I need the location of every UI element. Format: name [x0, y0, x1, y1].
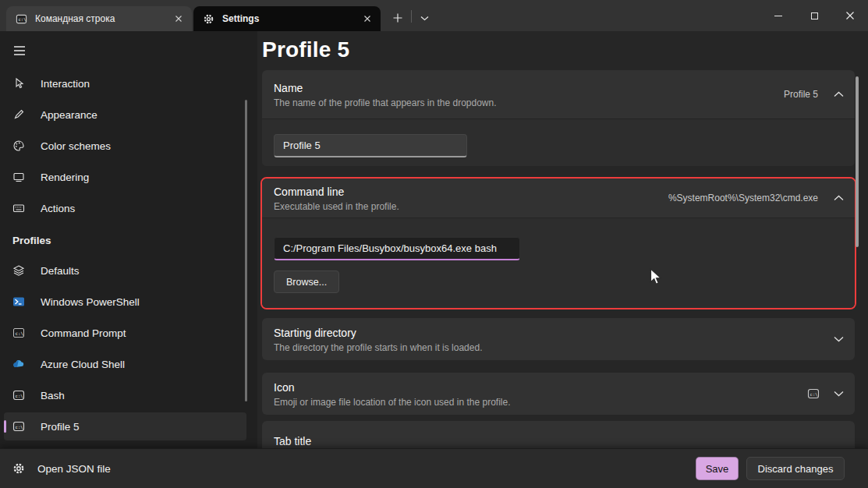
cmd-window-icon: c:\	[16, 13, 27, 25]
sidebar-item-label: Rendering	[41, 172, 89, 183]
settings-sidebar: Interaction Appearance Color schemes Ren…	[0, 31, 257, 448]
setting-description: Executable used in the profile.	[274, 201, 668, 212]
tab-settings[interactable]: Settings	[193, 6, 381, 31]
command-line-setting-card-highlighted: Command line Executable used in the prof…	[260, 177, 856, 309]
starting-directory-setting-card: Starting directory The directory the pro…	[262, 318, 855, 360]
close-button[interactable]	[832, 0, 868, 31]
sidebar-item-command-prompt[interactable]: c:\ Command Prompt	[4, 319, 246, 347]
gear-icon	[203, 13, 214, 25]
chevron-down-icon	[834, 336, 844, 342]
open-json-file-label: Open JSON file	[37, 463, 111, 475]
sidebar-item-label: Bash	[41, 390, 65, 401]
sidebar-item-azure-cloud-shell[interactable]: Azure Cloud Shell	[4, 350, 246, 378]
tab-dropdown-button[interactable]	[414, 7, 434, 29]
profile-name-input[interactable]	[274, 134, 467, 157]
svg-text:c:\: c:\	[18, 16, 26, 21]
profile-icon-preview: c:\	[807, 387, 820, 400]
main-scrollbar[interactable]	[856, 76, 859, 247]
palette-icon	[12, 140, 25, 152]
command-line-expander-header[interactable]: Command line Executable used in the prof…	[262, 179, 855, 217]
discard-changes-button[interactable]: Discard changes	[746, 457, 845, 480]
minimize-icon	[774, 16, 782, 16]
sidebar-item-appearance[interactable]: Appearance	[4, 101, 246, 129]
tab-close-icon[interactable]	[172, 12, 186, 26]
command-line-expander-content: Browse...	[262, 217, 855, 308]
powershell-icon	[12, 295, 25, 308]
setting-current-value: Profile 5	[784, 89, 818, 100]
svg-text:c:\: c:\	[16, 425, 23, 430]
maximize-icon	[811, 12, 818, 19]
hamburger-menu-button[interactable]	[6, 39, 33, 62]
monitor-icon	[12, 171, 25, 183]
minimize-button[interactable]	[760, 0, 796, 31]
sidebar-item-defaults[interactable]: Defaults	[4, 256, 246, 285]
tab-command-prompt[interactable]: c:\ Командная строка	[6, 6, 192, 31]
starting-directory-expander-header[interactable]: Starting directory The directory the pro…	[262, 318, 855, 360]
setting-label: Icon	[274, 381, 807, 394]
svg-text:c:\: c:\	[15, 331, 23, 336]
sidebar-item-label: Defaults	[41, 265, 80, 277]
sidebar-item-label: Windows PowerShell	[41, 296, 140, 308]
titlebar[interactable]: c:\ Командная строка Settings	[0, 0, 868, 31]
profiles-section-header: Profiles	[12, 235, 168, 246]
sidebar-item-rendering[interactable]: Rendering	[4, 163, 246, 191]
browse-button[interactable]: Browse...	[274, 271, 339, 293]
tab-title-expander-header[interactable]: Tab title	[262, 421, 855, 448]
setting-current-value: %SystemRoot%\System32\cmd.exe	[668, 193, 818, 203]
setting-label: Name	[274, 82, 784, 94]
svg-text:c:\: c:\	[16, 394, 23, 398]
windows-terminal-settings-window: c:\ Командная строка Settings	[0, 0, 868, 488]
maximize-button[interactable]	[796, 0, 832, 31]
tab-label: Settings	[222, 13, 360, 24]
sidebar-item-color-schemes[interactable]: Color schemes	[4, 132, 246, 160]
keyboard-icon	[12, 202, 25, 214]
name-setting-card: Name The name of the profile that appear…	[262, 70, 855, 166]
setting-description: Emoji or image file location of the icon…	[274, 397, 807, 408]
page-title: Profile 5	[262, 37, 349, 62]
chevron-up-icon	[834, 91, 844, 97]
setting-label: Tab title	[274, 435, 844, 447]
setting-description: The name of the profile that appears in …	[274, 97, 784, 108]
sidebar-item-profile-5[interactable]: c:\ Profile 5	[4, 412, 246, 440]
chevron-down-icon	[834, 391, 844, 397]
interaction-icon	[12, 77, 25, 90]
name-expander-header[interactable]: Name The name of the profile that appear…	[262, 70, 855, 118]
console-window-icon: c:\	[12, 389, 25, 401]
sidebar-item-label: Actions	[41, 203, 75, 214]
new-tab-button[interactable]	[387, 7, 409, 29]
command-line-input[interactable]	[274, 237, 520, 260]
chevron-up-icon	[834, 195, 844, 201]
sidebar-item-label: Profile 5	[41, 421, 80, 433]
svg-text:c:\: c:\	[810, 392, 818, 397]
settings-main-panel: Profile 5 Name The name of the profile t…	[257, 31, 868, 448]
sidebar-item-label: Interaction	[41, 78, 90, 90]
hamburger-icon	[13, 45, 26, 56]
sidebar-item-label: Command Prompt	[41, 327, 126, 339]
sidebar-item-label: Azure Cloud Shell	[41, 359, 125, 370]
selection-indicator	[4, 420, 6, 433]
name-expander-content	[262, 118, 855, 166]
footer-bar: Open JSON file Save Discard changes	[0, 448, 868, 488]
mouse-cursor	[650, 268, 662, 287]
setting-label: Starting directory	[274, 327, 834, 339]
sidebar-item-label: Color schemes	[41, 140, 111, 152]
cmd-window-icon: c:\	[12, 327, 25, 339]
tab-title-setting-card: Tab title	[262, 421, 855, 448]
tabbar-divider	[411, 10, 412, 23]
console-window-icon: c:\	[12, 420, 25, 433]
icon-expander-header[interactable]: Icon Emoji or image file location of the…	[262, 373, 855, 415]
setting-label: Command line	[274, 186, 668, 198]
sidebar-item-bash[interactable]: c:\ Bash	[4, 381, 246, 409]
appearance-icon	[12, 108, 25, 121]
sidebar-item-windows-powershell[interactable]: Windows PowerShell	[4, 288, 246, 316]
azure-cloud-icon	[12, 358, 25, 370]
tab-close-icon[interactable]	[360, 12, 374, 26]
gear-icon	[12, 462, 25, 475]
save-button[interactable]: Save	[696, 457, 739, 480]
open-json-file-button[interactable]: Open JSON file	[12, 462, 111, 475]
sidebar-scrollbar[interactable]	[245, 100, 247, 401]
sidebar-item-interaction[interactable]: Interaction	[4, 69, 246, 97]
sidebar-item-actions[interactable]: Actions	[4, 194, 246, 222]
icon-setting-card: Icon Emoji or image file location of the…	[262, 373, 855, 415]
setting-description: The directory the profile starts in when…	[274, 342, 834, 353]
